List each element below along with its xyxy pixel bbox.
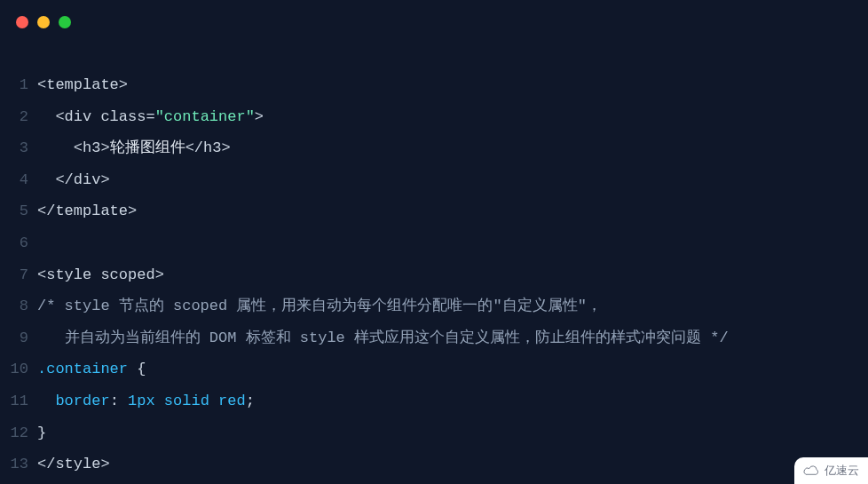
minimize-icon[interactable]	[37, 16, 50, 28]
token-tag: </div>	[37, 171, 110, 188]
line-number: 2	[0, 101, 37, 133]
maximize-icon[interactable]	[59, 16, 71, 28]
token-sel: .container	[37, 361, 128, 377]
code-line[interactable]: 6	[0, 227, 868, 259]
token-tag: >	[155, 266, 164, 283]
token-tag: </template>	[37, 202, 137, 219]
code-line[interactable]: 13</style>	[0, 448, 868, 480]
line-number: 4	[0, 164, 37, 196]
line-number: 6	[0, 227, 37, 259]
line-number: 13	[0, 448, 37, 480]
token-tag: </style>	[37, 456, 110, 472]
token-tag: </h3>	[185, 139, 231, 156]
cloud-icon	[801, 464, 821, 477]
token-tag: <template>	[37, 76, 128, 93]
token-punct: {	[128, 361, 146, 377]
code-line[interactable]: 9 并自动为当前组件的 DOM 标签和 style 样式应用这个自定义属性，防止…	[0, 322, 868, 354]
code-content: <template>	[37, 69, 128, 101]
token-tag: >	[255, 108, 264, 125]
code-content: </style>	[37, 448, 110, 480]
code-content: <style scoped>	[37, 259, 164, 291]
line-number: 10	[0, 353, 37, 385]
token-attr: class	[100, 108, 146, 125]
line-number: 9	[0, 322, 37, 354]
code-content: <h3>轮播图组件</h3>	[37, 132, 231, 164]
code-line[interactable]: 11 border: 1px solid red;	[0, 385, 868, 417]
token-punct: }	[37, 424, 46, 441]
token-val: 1px	[128, 393, 155, 409]
code-line[interactable]: 4 </div>	[0, 164, 868, 196]
line-number: 1	[0, 69, 37, 101]
token-punct	[209, 393, 218, 409]
code-line[interactable]: 7<style scoped>	[0, 259, 868, 291]
token-keyw: solid	[164, 393, 209, 409]
token-tag: <h3>	[37, 139, 110, 156]
close-icon[interactable]	[16, 16, 28, 28]
code-content: /* style 节点的 scoped 属性，用来自动为每个组件分配唯一的"自定…	[37, 290, 602, 322]
line-number: 7	[0, 259, 37, 291]
code-line[interactable]: 2 <div class="container">	[0, 101, 868, 133]
code-content: }	[37, 417, 46, 449]
token-punct	[155, 393, 164, 409]
code-line[interactable]: 5</template>	[0, 195, 868, 227]
token-punct	[37, 393, 55, 409]
token-keyw: red	[218, 393, 246, 409]
token-punct: =	[146, 108, 154, 125]
line-number: 12	[0, 417, 37, 449]
token-str: "container"	[155, 108, 255, 125]
watermark-text: 亿速云	[825, 463, 859, 479]
code-content: </div>	[37, 164, 110, 196]
token-prop: border	[55, 393, 109, 409]
line-number: 3	[0, 132, 37, 164]
code-line[interactable]: 10.container {	[0, 353, 868, 385]
code-editor[interactable]: 1<template>2 <div class="container">3 <h…	[0, 44, 868, 480]
line-number: 5	[0, 195, 37, 227]
window-titlebar	[0, 0, 868, 44]
token-punct: ;	[246, 393, 255, 409]
token-cm: /* style 节点的 scoped 属性，用来自动为每个组件分配唯一的"自定…	[37, 298, 602, 314]
line-number: 8	[0, 290, 37, 322]
code-line[interactable]: 12}	[0, 417, 868, 449]
token-cm: 并自动为当前组件的 DOM 标签和 style 样式应用这个自定义属性，防止组件…	[37, 329, 729, 346]
code-content: border: 1px solid red;	[37, 385, 255, 417]
code-content: .container {	[37, 353, 146, 385]
token-punct: :	[110, 393, 128, 409]
token-attr: scoped	[100, 266, 154, 283]
code-content: <div class="container">	[37, 101, 264, 133]
code-content: </template>	[37, 195, 137, 227]
code-line[interactable]: 1<template>	[0, 69, 868, 101]
code-line[interactable]: 8/* style 节点的 scoped 属性，用来自动为每个组件分配唯一的"自…	[0, 290, 868, 322]
line-number: 11	[0, 385, 37, 417]
watermark-badge: 亿速云	[794, 457, 868, 484]
token-tag: <style	[37, 266, 100, 283]
code-content: 并自动为当前组件的 DOM 标签和 style 样式应用这个自定义属性，防止组件…	[37, 322, 729, 354]
token-tag: <div	[37, 108, 100, 125]
code-line[interactable]: 3 <h3>轮播图组件</h3>	[0, 132, 868, 164]
token-text: 轮播图组件	[110, 139, 185, 156]
